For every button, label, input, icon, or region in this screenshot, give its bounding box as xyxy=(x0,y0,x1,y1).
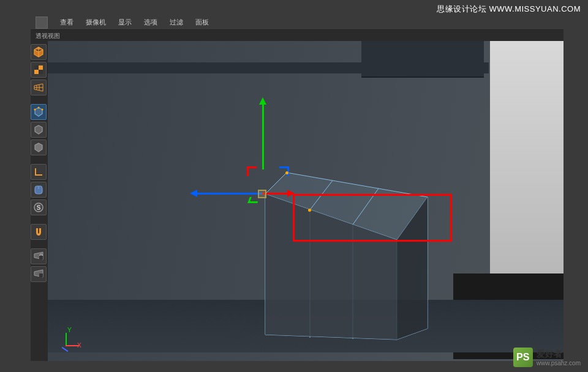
mode-toolbar: S xyxy=(31,44,48,282)
gizmo-y-axis[interactable] xyxy=(262,102,264,169)
lock-grid-icon xyxy=(33,251,44,262)
cube-poly-icon xyxy=(33,142,44,153)
world-y-label: Y xyxy=(67,327,72,333)
viewport-menubar: 查看 摄像机 显示 选项 过滤 面板 xyxy=(31,15,564,30)
texture-mode-button[interactable] xyxy=(31,62,47,78)
svg-point-5 xyxy=(34,109,36,111)
app-window: 查看 摄像机 显示 选项 过滤 面板 透视视图 xyxy=(31,15,564,361)
menu-camera[interactable]: 摄像机 xyxy=(81,15,111,29)
world-axis-indicator: Y X xyxy=(56,328,81,352)
viewport-icon xyxy=(36,17,48,29)
menu-panel[interactable]: 面板 xyxy=(190,15,214,29)
menu-display[interactable]: 显示 xyxy=(113,15,137,29)
svg-rect-9 xyxy=(39,273,43,277)
menu-filter[interactable]: 过滤 xyxy=(165,15,188,29)
svg-rect-1 xyxy=(34,65,39,70)
world-y-axis-icon xyxy=(66,333,67,346)
toolbar-spacer-4 xyxy=(31,242,47,247)
cube-icon xyxy=(33,46,44,58)
selected-vertex-1[interactable] xyxy=(285,171,288,174)
world-x-label: X xyxy=(77,342,81,349)
ps-logo-icon: PS xyxy=(513,348,533,367)
unlock-button[interactable] xyxy=(31,266,47,282)
window-geometry xyxy=(361,41,484,78)
mouse-icon xyxy=(33,184,44,195)
edge-mode-button[interactable] xyxy=(31,122,47,138)
svg-text:S: S xyxy=(37,204,41,211)
menu-options[interactable]: 选项 xyxy=(139,15,162,29)
wall-right-geometry xyxy=(490,41,564,273)
selected-box-wireframe[interactable] xyxy=(256,163,440,341)
svg-point-4 xyxy=(42,109,43,111)
gizmo-yz-plane[interactable] xyxy=(247,166,257,176)
unlock-grid-icon xyxy=(33,269,44,280)
checker-icon xyxy=(33,64,44,75)
menu-view[interactable]: 查看 xyxy=(55,15,78,29)
toolbar-spacer-3 xyxy=(31,217,47,222)
watermark-bottom: PS 爱好者 www.psahz.com xyxy=(513,348,581,367)
svg-rect-8 xyxy=(39,256,43,259)
gizmo-x-axis[interactable] xyxy=(195,193,262,195)
cube-point-icon xyxy=(33,106,44,117)
magnet-icon xyxy=(33,226,44,237)
watermark-text: 爱好者 xyxy=(537,349,562,359)
cube-edge-icon xyxy=(33,124,44,135)
viewport-3d[interactable]: Y X xyxy=(48,41,564,361)
grid-icon xyxy=(33,82,44,93)
svg-rect-2 xyxy=(39,70,43,74)
toolbar-spacer-2 xyxy=(31,157,47,162)
axis-button[interactable] xyxy=(31,164,47,180)
viewport-label: 透视视图 xyxy=(31,30,564,42)
world-z-axis-icon xyxy=(62,347,69,352)
watermark-url: www.psahz.com xyxy=(537,360,581,366)
svg-point-3 xyxy=(38,107,40,109)
annotation-rectangle xyxy=(293,194,452,242)
scene-3d: Y X xyxy=(48,41,564,361)
snap-S-icon: S xyxy=(33,202,44,213)
polygon-mode-button[interactable] xyxy=(31,140,47,155)
watermark-top: 思缘设计论坛 WWW.MISSYUAN.COM xyxy=(437,4,581,15)
tweak-button[interactable] xyxy=(31,182,47,198)
workplane-button[interactable] xyxy=(31,80,47,95)
toolbar-spacer xyxy=(31,97,47,102)
magnet-button[interactable] xyxy=(31,224,47,240)
model-mode-button[interactable] xyxy=(31,44,47,60)
axis-L-icon xyxy=(33,166,44,177)
lock-button[interactable] xyxy=(31,248,47,264)
point-mode-button[interactable] xyxy=(31,104,47,120)
snap-button[interactable]: S xyxy=(31,199,47,215)
